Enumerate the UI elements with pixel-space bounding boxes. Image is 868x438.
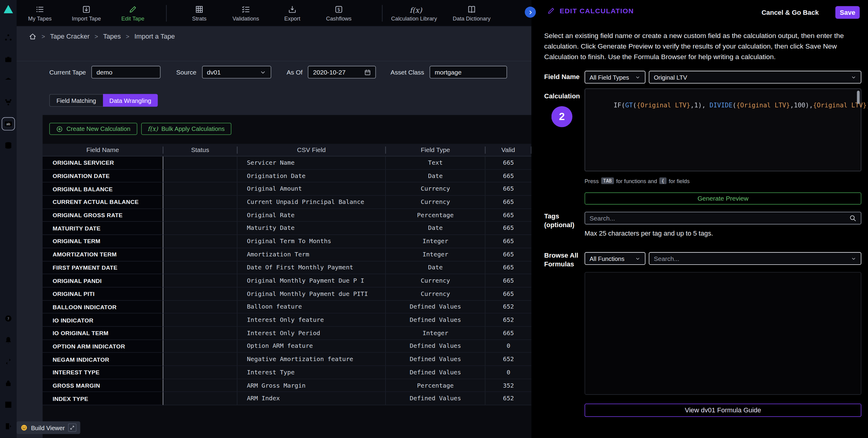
table-row[interactable]: MATURITY DATEMaturity DateDate665 (42, 222, 531, 235)
header-csv-field[interactable]: CSV Field (238, 146, 386, 154)
table-row[interactable]: ORIGINAL PITIOriginal Monthly Payment du… (42, 288, 531, 300)
table-row[interactable]: INDEX TYPEARM IndexDefined Values652 (42, 392, 531, 405)
expand-button[interactable] (68, 424, 76, 432)
asset-class-input[interactable]: mortgage (430, 66, 507, 78)
table-row[interactable]: NEGAM INDICATORNegative Amortization fea… (42, 353, 531, 366)
tags-help-text: Max 25 characters per tag and up to 5 ta… (585, 230, 713, 237)
breadcrumb-item-import-a-tape[interactable]: Import a Tape (134, 33, 175, 40)
cell-valid: 652 (485, 392, 531, 405)
ab-field-icon[interactable]: ab (4, 120, 13, 128)
table-row[interactable]: CURRENT ACTUAL BALANCECurrent Unpaid Pri… (42, 196, 531, 209)
table-row[interactable]: ORIGINAL PANDIOriginal Monthly Payment D… (42, 274, 531, 287)
header-status[interactable]: Status (163, 146, 238, 154)
output-field-select-value: Original LTV (654, 74, 687, 80)
bank-icon[interactable] (4, 76, 13, 85)
cell-csv-field: Maturity Date (238, 222, 386, 235)
header-valid[interactable]: Valid (485, 146, 531, 154)
bulk-apply-calculations-button[interactable]: f(x) Bulk Apply Calculations (141, 123, 231, 135)
cell-field-type: Percentage (386, 209, 486, 222)
header-field-type[interactable]: Field Type (386, 146, 486, 154)
database-icon[interactable] (4, 141, 13, 149)
cell-valid: 0 (485, 366, 531, 379)
calculation-editor[interactable]: IF(GT({Original LTV},1), DIVIDE({Origina… (585, 89, 861, 171)
source-select[interactable]: dv01 (202, 66, 271, 78)
cell-field-name: OPTION ARM INDICATOR (42, 340, 163, 353)
nav-item-import-tape[interactable]: Import Tape (63, 0, 110, 26)
save-button[interactable]: Save (835, 6, 860, 19)
table-row[interactable]: FIRST PAYMENT DATEDate Of First Monthly … (42, 261, 531, 274)
help-icon[interactable]: ? (4, 314, 13, 323)
hint-text: Press (585, 178, 599, 184)
nav-item-cashflows[interactable]: $Cashflows (316, 0, 362, 26)
dv01-logo-icon[interactable] (4, 5, 13, 13)
calc-token: ,100), (790, 101, 813, 109)
source-label: Source (176, 69, 196, 75)
generate-preview-button[interactable]: Generate Preview (585, 193, 861, 204)
workflow-icon[interactable] (4, 98, 13, 106)
cell-field-type: Defined Values (386, 314, 486, 327)
build-viewer-chip[interactable]: Build Viewer (17, 422, 80, 434)
breadcrumb-item-tape-cracker[interactable]: Tape Cracker (50, 33, 90, 40)
cell-csv-field: Interest Only Period (238, 327, 386, 340)
nav-item-data-dictionary[interactable]: Data Dictionary (443, 0, 500, 26)
table-row[interactable]: OPTION ARM INDICATOROption ARM featureDe… (42, 340, 531, 353)
cell-status (163, 340, 238, 353)
table-row[interactable]: ORIGINATION DATEOrigination DateDate665 (42, 170, 531, 182)
cell-status (163, 209, 238, 222)
current-tape-input[interactable]: demo (92, 66, 161, 78)
field-type-select[interactable]: All Field Types (585, 71, 646, 83)
nav-item-edit-tape[interactable]: Edit Tape (110, 0, 156, 26)
cell-field-name: AMORTIZATION TERM (42, 248, 163, 261)
briefcase-icon[interactable] (4, 55, 13, 63)
nav-item-label: Edit Tape (121, 15, 144, 21)
table-row[interactable]: AMORTIZATION TERMAmortization TermIntege… (42, 248, 531, 261)
output-field-select[interactable]: Original LTV (649, 71, 861, 83)
table-row[interactable]: ORIGINAL GROSS RATEOriginal RatePercenta… (42, 209, 531, 222)
chevron-down-icon (851, 256, 856, 261)
source-value: dv01 (207, 69, 221, 75)
nav-item-validations[interactable]: Validations (223, 0, 269, 26)
cancel-go-back-button[interactable]: Cancel & Go Back (762, 8, 818, 16)
cell-valid: 665 (485, 196, 531, 209)
nav-item-export[interactable]: Export (269, 0, 316, 26)
logout-icon[interactable] (4, 422, 13, 431)
panel-toggle-button[interactable] (525, 7, 536, 18)
table-row[interactable]: ORIGINAL BALANCEOriginal AmountCurrency6… (42, 183, 531, 196)
nav-item-my-tapes[interactable]: My Tapes (17, 0, 63, 26)
tab-field-matching[interactable]: Field Matching (49, 94, 103, 107)
table-row[interactable]: IO ORIGINAL TERMInterest Only PeriodInte… (42, 327, 531, 340)
nav-item-strats[interactable]: Strats (176, 0, 223, 26)
cell-valid: 665 (485, 170, 531, 182)
bell-icon[interactable] (4, 336, 13, 344)
swap-icon[interactable] (4, 357, 13, 366)
hint-text: for fields (669, 178, 689, 184)
create-new-calculation-button[interactable]: Create New Calculation (49, 123, 137, 135)
formula-guide-button[interactable]: View dv01 Formula Guide (585, 404, 861, 417)
table-row[interactable]: IO INDICATORInterest Only featureDefined… (42, 314, 531, 327)
as-of-date-input[interactable]: 2020-10-27 (308, 66, 376, 78)
functions-filter-select[interactable]: All Functions (585, 252, 646, 265)
cell-valid: 652 (485, 314, 531, 327)
formula-results-panel (585, 272, 861, 395)
cell-csv-field: Origination Date (238, 170, 386, 182)
breadcrumb-item-tapes[interactable]: Tapes (103, 33, 121, 40)
nav-item-calculation-library[interactable]: f(x)Calculation Library (385, 0, 443, 26)
molecule-icon[interactable] (4, 33, 13, 42)
table-row[interactable]: ORIGINAL SERVICERServicer NameText665 (42, 157, 531, 170)
current-tape-value: demo (96, 69, 112, 75)
table-row[interactable]: INTEREST TYPEInterest TypeDefined Values… (42, 366, 531, 379)
table-row[interactable]: ORIGINAL TERMOriginal Term To MonthsInte… (42, 235, 531, 248)
cell-valid: 665 (485, 327, 531, 340)
formula-search-select[interactable]: Search... (649, 252, 861, 265)
tags-search-input[interactable]: Search... (585, 212, 861, 225)
lock-icon[interactable] (4, 379, 13, 388)
editor-scrollbar[interactable] (857, 91, 860, 104)
cell-field-type: Integer (386, 235, 486, 248)
table-row[interactable]: GROSS MARGINARM Gross MarginPercentage35… (42, 379, 531, 392)
smiley-icon (21, 424, 28, 431)
header-field-name[interactable]: Field Name (42, 146, 163, 154)
grid-icon[interactable] (4, 400, 13, 409)
table-row[interactable]: BALLOON INDICATORBalloon featureDefined … (42, 300, 531, 313)
tab-data-wrangling[interactable]: Data Wrangling (103, 94, 158, 107)
home-icon[interactable] (29, 33, 36, 40)
